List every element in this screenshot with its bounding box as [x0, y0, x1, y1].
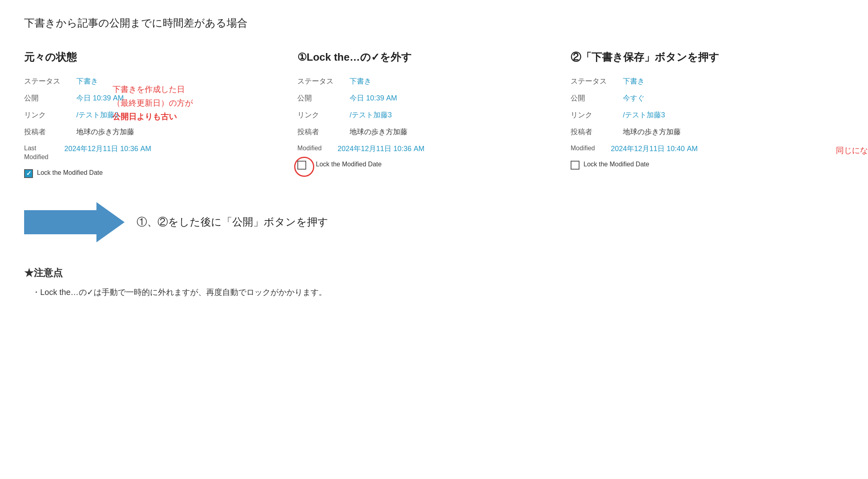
col1-checkmark: ✓: [26, 170, 31, 177]
arrow-icon: [24, 202, 125, 242]
col3-status-row: ステータス 下書き: [571, 76, 828, 86]
col3-author-row: 投稿者 地球の歩き方加藤: [571, 127, 828, 137]
col2-link-value: /テスト加藤3: [350, 110, 392, 120]
col2-link-row: リンク /テスト加藤3: [297, 110, 555, 120]
col1-publish-label: 公開: [24, 93, 68, 103]
col2-lm-value: 2024年12月11日 10:36 AM: [338, 144, 424, 154]
col3-annotation: 同じになる: [836, 144, 868, 157]
col1-lm-label: LastModified: [24, 144, 56, 162]
col1-heading: 元々の状態: [24, 50, 281, 64]
col1-author-value: 地球の歩き方加藤: [76, 127, 134, 137]
notes-item-1: ・Lock the…の✓は手動で一時的に外れますが、再度自動でロックがかかります…: [32, 286, 844, 299]
col3-checkbox-row: Lock the Modified Date: [571, 160, 828, 170]
col1-status-value: 下書き: [76, 76, 98, 86]
col1-link-label: リンク: [24, 110, 68, 120]
col1-author-row: 投稿者 地球の歩き方加藤: [24, 127, 281, 137]
col1-status-label: ステータス: [24, 76, 68, 86]
col2-lm-row: Modified 2024年12月11日 10:36 AM: [297, 144, 555, 154]
col3-status-value: 下書き: [623, 76, 645, 86]
col1-annotation-line2: （最終更新日）の方が: [113, 98, 193, 107]
col2-heading: ①Lock the…の✓を外す: [297, 50, 555, 64]
col2-checkbox[interactable]: [297, 161, 306, 170]
col3-checkbox[interactable]: [571, 161, 579, 170]
col3-status-label: ステータス: [571, 76, 615, 86]
arrow-text: ①、②をした後に「公開」ボタンを押す: [137, 215, 328, 229]
column-1: 元々の状態 ステータス 下書き 公開 今日 10:39 AM リンク /テスト加…: [24, 50, 297, 178]
col3-lm-value: 2024年12月11日 10:40 AM: [611, 144, 698, 154]
col1-checkbox[interactable]: ✓: [24, 169, 33, 178]
arrow-head: [96, 202, 125, 242]
col3-publish-label: 公開: [571, 93, 615, 103]
column-3: ②「下書き保存」ボタンを押す ステータス 下書き 公開 今すぐ リンク /テスト…: [571, 50, 844, 178]
col3-link-row: リンク /テスト加藤3: [571, 110, 828, 120]
arrow-body: [24, 210, 96, 234]
col2-lm-label: Modified: [297, 144, 330, 153]
col1-annotation: 下書きを作成した日 （最終更新日）の方が 公開日よりも古い: [113, 82, 193, 123]
col2-circle-highlight: [297, 160, 306, 170]
col2-publish-label: 公開: [297, 93, 342, 103]
col2-author-row: 投稿者 地球の歩き方加藤: [297, 127, 555, 137]
col1-author-label: 投稿者: [24, 127, 68, 137]
col3-publish-value: 今すぐ: [623, 93, 645, 103]
col2-author-label: 投稿者: [297, 127, 342, 137]
col1-checkbox-label: Lock the Modified Date: [37, 168, 103, 177]
col2-status-value: 下書き: [350, 76, 371, 86]
page-title: 下書きから記事の公開までに時間差がある場合: [24, 16, 844, 30]
col2-status-label: ステータス: [297, 76, 342, 86]
col2-author-value: 地球の歩き方加藤: [350, 127, 407, 137]
col3-publish-row: 公開 今すぐ: [571, 93, 828, 103]
col3-checkbox-label: Lock the Modified Date: [583, 160, 649, 169]
notes-section: ★注意点 ・Lock the…の✓は手動で一時的に外れますが、再度自動でロックが…: [24, 266, 844, 299]
col2-status-row: ステータス 下書き: [297, 76, 555, 86]
col2-publish-row: 公開 今日 10:39 AM: [297, 93, 555, 103]
col2-checkbox-label: Lock the Modified Date: [316, 160, 382, 169]
col3-link-label: リンク: [571, 110, 615, 120]
col2-checkbox-row: Lock the Modified Date: [297, 160, 555, 170]
col3-link-value: /テスト加藤3: [623, 110, 665, 120]
col1-annotation-line3: 公開日よりも古い: [113, 112, 177, 121]
col3-lm-row: Modified 2024年12月11日 10:40 AM 同じになる: [571, 144, 828, 154]
col3-author-label: 投稿者: [571, 127, 615, 137]
column-2: ①Lock the…の✓を外す ステータス 下書き 公開 今日 10:39 AM…: [297, 50, 571, 178]
col2-publish-value: 今日 10:39 AM: [350, 93, 397, 103]
col1-annotation-line1: 下書きを作成した日: [113, 85, 185, 94]
notes-title: ★注意点: [24, 266, 844, 279]
col1-lm-row: LastModified 2024年12月11日 10:36 AM: [24, 144, 281, 162]
col2-link-label: リンク: [297, 110, 342, 120]
arrow-section: ①、②をした後に「公開」ボタンを押す: [24, 202, 844, 242]
col3-lm-label: Modified: [571, 144, 603, 153]
col3-author-value: 地球の歩き方加藤: [623, 127, 681, 137]
col1-checkbox-row: ✓ Lock the Modified Date: [24, 168, 281, 178]
col1-lm-value: 2024年12月11日 10:36 AM: [64, 144, 151, 154]
col3-heading: ②「下書き保存」ボタンを押す: [571, 50, 828, 64]
